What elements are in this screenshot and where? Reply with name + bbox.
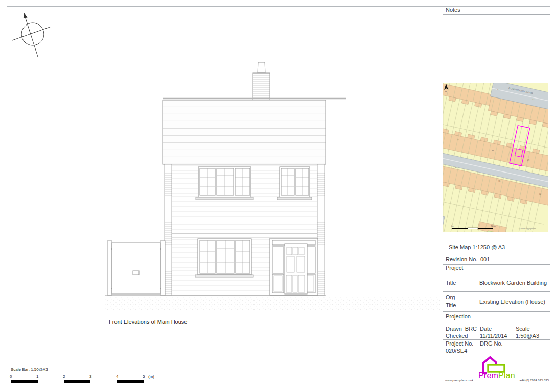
site-map-caption: Site Map 1:1250 @ A3 bbox=[449, 244, 505, 251]
map-scale-left: 0m bbox=[451, 225, 454, 227]
drawing-sheet: Front Elevations of Main House Scale Bar… bbox=[0, 0, 555, 392]
notes-underline bbox=[443, 14, 550, 15]
date-value: 11/11/2014 bbox=[480, 333, 507, 339]
map-scale-right: 50.0m bbox=[491, 225, 496, 227]
date-label: Date bbox=[480, 326, 492, 332]
scale-value: 1:50@A3 bbox=[516, 333, 539, 339]
website-url: www.premplan.co.uk bbox=[445, 379, 473, 382]
site-map: COMERFORD ROAD 92 12 51 39 29 91 76 62 N… bbox=[443, 83, 548, 232]
footer-divider bbox=[7, 354, 550, 354]
project-no-value: 020/SE4 bbox=[446, 348, 467, 354]
brand-plan: Plan bbox=[498, 371, 515, 380]
drawn-row: Drawn BRC bbox=[446, 326, 477, 332]
org-label-bottom: Title bbox=[446, 302, 456, 309]
rule bbox=[443, 339, 550, 340]
map-copyright: ©Crown copyright and bbox=[519, 228, 536, 230]
phone-number: +44 (0) 7974 035 035 bbox=[519, 379, 549, 382]
org-title-value: Existing Elevation (House) bbox=[479, 299, 545, 305]
project-label: Project bbox=[446, 265, 463, 272]
map-house-number: 12 bbox=[532, 99, 534, 101]
notes-heading: Notes bbox=[446, 7, 460, 13]
map-house-number: 92 bbox=[497, 89, 499, 91]
map-house-number: 76 bbox=[498, 180, 500, 182]
rule bbox=[443, 291, 550, 292]
checked-label: Checked bbox=[446, 333, 468, 339]
rule bbox=[477, 325, 477, 354]
brand-prem: Prem bbox=[478, 371, 498, 380]
map-house-number: 62 bbox=[539, 193, 541, 195]
rule bbox=[443, 311, 550, 312]
drg-no-label: DRG No. bbox=[480, 340, 503, 347]
revision-label: Revision No. bbox=[446, 256, 477, 263]
map-house-number: 91 bbox=[455, 167, 457, 169]
rule bbox=[443, 254, 550, 254]
project-no-label: Project No. bbox=[446, 340, 473, 347]
title-label: Title bbox=[446, 280, 456, 286]
projection-label: Projection bbox=[446, 313, 471, 320]
scale-label: Scale bbox=[516, 326, 530, 332]
map-house-number: 39 bbox=[492, 150, 494, 152]
map-north-label: N bbox=[445, 90, 447, 93]
org-label-top: Org bbox=[446, 294, 455, 301]
revision-value: 001 bbox=[480, 256, 490, 263]
map-house-number: 29 bbox=[527, 159, 529, 161]
title-value: Blockwork Garden Building bbox=[479, 280, 547, 286]
rule bbox=[513, 325, 513, 339]
rule bbox=[443, 325, 550, 325]
map-house-number: 51 bbox=[457, 139, 459, 141]
drawn-label: Drawn bbox=[446, 326, 462, 332]
brand-wordmark: PremPlan bbox=[478, 371, 515, 380]
drawn-value: BRC bbox=[465, 326, 477, 332]
